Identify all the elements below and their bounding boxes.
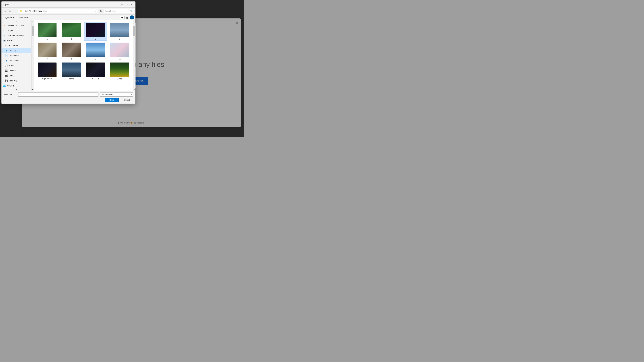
sidebar-scrollbar[interactable]: ▲ ▼ <box>31 20 34 91</box>
sidebar-pictures-label: Pictures <box>9 69 16 72</box>
address-bar: ◀ ▶ ↑ 📁 ▸ This PC ▸ Desktop ▸ pics ▼ ↻ S… <box>2 7 135 14</box>
dialog-titlebar: Open ─ □ ✕ <box>2 1 135 7</box>
file-item-7[interactable]: 7 <box>36 41 59 61</box>
file-thumb-6 <box>110 23 129 37</box>
file-label-3: 3 <box>95 38 96 40</box>
open-button[interactable]: Open <box>105 98 118 102</box>
sidebar-dropbox-label: Dropbox <box>7 29 14 32</box>
file-item-9[interactable]: 9 <box>84 41 107 61</box>
sidebar-onedrive-label: OneDrive - Person <box>7 34 24 37</box>
file-item-concert[interactable]: Concert <box>84 61 107 81</box>
file-thumb-7 <box>38 42 56 57</box>
dropbox-icon: □ <box>3 29 6 32</box>
sidebar-item-network[interactable]: 🌐 Network <box>2 83 31 88</box>
3d-objects-icon: 🗂 <box>5 44 8 47</box>
minimize-button[interactable]: ─ <box>119 2 124 6</box>
files-scrollbar-thumb[interactable] <box>133 26 135 36</box>
dialog-toolbar: Organize ▼ New folder ⊞ ▤ ? <box>2 14 135 20</box>
file-item-8[interactable]: 8 <box>60 41 83 61</box>
sidebar-item-3d-objects[interactable]: 🗂 3D Objects <box>2 43 31 48</box>
cancel-button[interactable]: Cancel <box>120 98 133 102</box>
files-grid-container[interactable]: 1 2 3 6 <box>34 20 133 91</box>
file-item-11[interactable]: 11 <box>108 41 131 61</box>
file-label-marina: Marina <box>68 78 74 80</box>
sidebar-item-music[interactable]: 🎵 Music <box>2 63 31 68</box>
file-item-3[interactable]: 3 <box>84 22 107 41</box>
file-label-6: 6 <box>119 38 120 40</box>
up-button[interactable]: ↑ <box>13 9 17 13</box>
dialog-bottom: File name: Custom Files All Files Image … <box>2 91 135 104</box>
file-thumb-11 <box>110 42 129 57</box>
sidebar-music-label: Music <box>9 64 14 67</box>
music-icon: 🎵 <box>5 64 8 67</box>
new-folder-button[interactable]: New folder <box>18 16 30 19</box>
sidebar-scrollbar-track <box>32 23 34 88</box>
sidebar-scroll[interactable]: ☁ Creative Cloud File □ Dropbox ☁ OneDri… <box>2 23 31 88</box>
file-item-night[interactable]: Night Bazaar <box>36 61 59 81</box>
sidebar-item-acer[interactable]: 💾 Acer (C:) <box>2 78 31 83</box>
forward-button[interactable]: ▶ <box>8 9 12 13</box>
view-toggle-button[interactable]: ▤ <box>125 15 130 19</box>
file-thumb-night <box>38 62 56 77</box>
address-path[interactable]: 📁 ▸ This PC ▸ Desktop ▸ pics ▼ <box>18 9 98 13</box>
file-item-1[interactable]: 1 <box>36 22 59 41</box>
sidebar-item-desktop[interactable]: 🖥 Desktop <box>2 48 31 53</box>
filename-input[interactable] <box>18 92 98 96</box>
file-thumb-concert <box>86 62 105 77</box>
maximize-button[interactable]: □ <box>124 2 129 6</box>
filetype-wrapper: Custom Files All Files Image Files JPEG … <box>100 92 133 96</box>
sidebar-scroll-up[interactable]: ▲ <box>2 20 31 23</box>
back-button[interactable]: ◀ <box>3 9 7 13</box>
file-label-11: 11 <box>118 58 120 60</box>
files-grid: 1 2 3 6 <box>36 22 131 81</box>
folder-icon: 📁 <box>20 10 22 12</box>
sidebar-item-pictures[interactable]: 🖼 Pictures <box>2 68 31 73</box>
sidebar-item-documents[interactable]: 📄 Documents <box>2 53 31 58</box>
file-item-sunset[interactable]: Sunset <box>108 61 131 81</box>
sidebar-scrollbar-down[interactable]: ▼ <box>32 88 34 91</box>
file-thumb-8 <box>62 42 81 57</box>
organize-button[interactable]: Organize ▼ <box>3 16 15 19</box>
path-text: ▸ This PC ▸ Desktop ▸ pics <box>23 10 46 12</box>
dialog-sidebar: ▲ ☁ Creative Cloud File □ Dropbox ☁ OneD… <box>2 20 31 91</box>
sidebar-item-dropbox[interactable]: □ Dropbox <box>2 28 31 33</box>
file-label-8: 8 <box>71 58 72 60</box>
sidebar-item-creative-cloud[interactable]: ☁ Creative Cloud File <box>2 23 31 28</box>
window-controls: ─ □ ✕ <box>119 2 134 6</box>
file-label-sunset: Sunset <box>117 78 122 80</box>
sidebar-this-pc-label: This PC <box>7 39 14 42</box>
file-label-7: 7 <box>46 58 48 60</box>
sidebar-item-videos[interactable]: 🎬 Videos <box>2 73 31 78</box>
sidebar-item-downloads[interactable]: ⬇ Downloads <box>2 58 31 63</box>
file-item-2[interactable]: 2 <box>60 22 83 41</box>
refresh-button[interactable]: ↻ <box>99 9 103 13</box>
sidebar-scrollbar-thumb[interactable] <box>32 26 34 36</box>
view-controls: ⊞ ▤ ? <box>120 15 134 19</box>
search-box[interactable]: Search pics 🔍 <box>104 9 134 13</box>
file-thumb-sunset <box>110 62 129 77</box>
file-item-marina[interactable]: Marina <box>60 61 83 81</box>
file-item-6[interactable]: 6 <box>108 22 131 41</box>
sidebar-item-this-pc[interactable]: 💻 This PC <box>2 38 31 43</box>
sidebar-scroll-down[interactable]: ▼ <box>2 88 31 91</box>
sidebar-item-onedrive[interactable]: ☁ OneDrive - Person <box>2 33 31 38</box>
filename-row: File name: Custom Files All Files Image … <box>4 92 133 96</box>
close-button[interactable]: ✕ <box>129 2 134 6</box>
file-label-concert: Concert <box>92 78 99 80</box>
help-button[interactable]: ? <box>130 15 134 19</box>
files-scrollbar[interactable]: ▲ ▼ <box>133 20 135 91</box>
dialog-title: Open <box>4 3 9 6</box>
organize-arrow-icon: ▼ <box>13 16 14 18</box>
files-scrollbar-up[interactable]: ▲ <box>133 20 136 23</box>
sidebar-scrollbar-up[interactable]: ▲ <box>32 20 34 23</box>
view-button[interactable]: ⊞ <box>120 15 124 19</box>
dialog-body: ▲ ☁ Creative Cloud File □ Dropbox ☁ OneD… <box>2 20 135 91</box>
files-scrollbar-down[interactable]: ▼ <box>133 88 136 91</box>
filetype-select[interactable]: Custom Files All Files Image Files JPEG … <box>100 92 133 96</box>
sidebar-documents-label: Documents <box>9 54 19 57</box>
search-icon: 🔍 <box>130 10 133 12</box>
this-pc-icon: 💻 <box>3 39 6 42</box>
sidebar-desktop-label: Desktop <box>9 49 16 52</box>
file-thumb-2 <box>62 23 81 37</box>
search-placeholder: Search pics <box>105 10 116 12</box>
